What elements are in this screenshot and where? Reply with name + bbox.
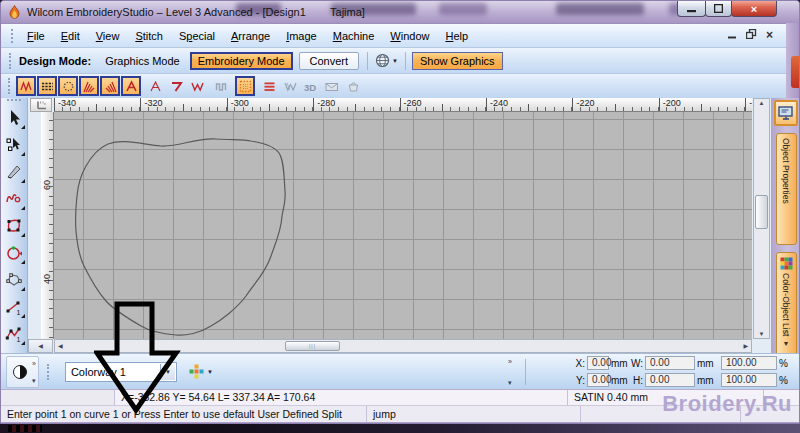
scroll-up-icon[interactable]: ▲ — [759, 100, 765, 106]
horizontal-scroll-thumb[interactable]: ||| — [285, 341, 340, 351]
program-split-icon[interactable] — [235, 76, 255, 96]
close-button[interactable]: × — [731, 1, 777, 17]
flexi-split-fill-icon[interactable] — [79, 76, 99, 96]
flyout-triangle-icon[interactable] — [21, 287, 25, 291]
ruler-origin-button[interactable] — [30, 98, 52, 112]
y-label: Y: — [535, 375, 585, 386]
colorway-editor-button[interactable]: ▼ — [189, 364, 213, 379]
mdi-restore-icon[interactable] — [746, 29, 757, 41]
graphics-mode-button[interactable]: Graphics Mode — [97, 52, 188, 70]
freehand-embroidery-tool[interactable] — [3, 186, 26, 211]
flyout-triangle-icon[interactable] — [21, 179, 25, 183]
stitch-toolbar: 3D — [1, 73, 799, 98]
satin-special-icon[interactable] — [145, 76, 165, 96]
scale-h-unit: % — [779, 375, 793, 386]
hoop-globe-button[interactable]: ▼ — [372, 51, 401, 70]
satin-lines-icon[interactable] — [259, 76, 279, 96]
menu-help[interactable]: Help — [437, 27, 476, 45]
menu-view[interactable]: View — [88, 27, 128, 45]
w-label: W: — [625, 358, 643, 369]
flyout-triangle-icon[interactable] — [21, 260, 25, 264]
flyout-triangle-icon[interactable] — [21, 233, 25, 237]
flyout-triangle-icon[interactable] — [21, 152, 25, 156]
menu-arrange[interactable]: Arrange — [223, 27, 278, 45]
polygon-tool[interactable] — [3, 267, 26, 292]
flyout-triangle-icon[interactable] — [21, 125, 25, 129]
overflow-chevron-icon[interactable]: » — [508, 358, 512, 365]
maximize-button[interactable] — [705, 1, 732, 17]
zigzag-stitch-icon[interactable] — [187, 76, 207, 96]
toolbar-grip[interactable] — [9, 53, 13, 69]
scale-h-field[interactable]: 100.00 — [721, 373, 777, 387]
tab-object-properties[interactable]: Object Properties — [776, 133, 797, 245]
menu-machine[interactable]: Machine — [325, 27, 383, 45]
convert-button[interactable]: Convert — [299, 52, 360, 70]
tatami-fill-icon[interactable] — [37, 76, 57, 96]
reshape-tool[interactable] — [3, 132, 26, 157]
mdi-minimize-icon[interactable] — [728, 30, 737, 41]
select-tool[interactable] — [3, 105, 26, 130]
menu-stitch[interactable]: Stitch — [127, 27, 171, 45]
flyout-triangle-icon[interactable] — [21, 314, 25, 318]
tab-label: Object Properties — [781, 138, 791, 204]
menu-file[interactable]: File — [19, 27, 53, 45]
svg-text:3D: 3D — [304, 81, 316, 92]
show-graphics-button[interactable]: Show Graphics — [412, 52, 503, 70]
overflow-chevron-icon[interactable]: » — [32, 360, 36, 367]
pointer-coordinates: X=-332.86 Y= 54.64 L= 337.34 A= 170.64 — [115, 390, 568, 405]
toolbar-grip[interactable] — [7, 99, 21, 103]
tab-scroll-down-icon[interactable]: ▼ — [783, 340, 790, 347]
separator — [405, 52, 406, 70]
knife-tool[interactable] — [3, 159, 26, 184]
florentine-fill-icon[interactable] — [100, 76, 120, 96]
menu-image[interactable]: Image — [278, 27, 325, 45]
vertical-scroll-thumb[interactable] — [755, 195, 768, 229]
run-stitch-icon[interactable] — [16, 76, 36, 96]
pan-left-icon[interactable]: ◀ — [38, 343, 43, 349]
scroll-right-icon[interactable]: ▶ — [743, 343, 748, 349]
design-mode-toolbar: Design Mode: Graphics Mode Embroidery Mo… — [1, 47, 799, 73]
mdi-close-icon[interactable]: × — [766, 30, 773, 40]
toolbar-overflow: » ▾ — [32, 360, 36, 384]
toolbar-grip[interactable] — [47, 364, 51, 380]
menu-edit[interactable]: Edit — [53, 27, 88, 45]
object-properties-icon[interactable] — [774, 100, 798, 126]
envelope-effect-icon — [322, 76, 342, 96]
scroll-down-icon[interactable]: ▼ — [759, 331, 765, 337]
screen: Wilcom EmbroideryStudio – Level 3 Advanc… — [0, 0, 800, 433]
input-c-tool[interactable]: 1 — [3, 321, 26, 346]
docked-mini-toolbar: » ▾ — [6, 356, 39, 388]
menu-window[interactable]: Window — [382, 27, 437, 45]
flyout-triangle-icon[interactable] — [21, 206, 25, 210]
design-view-icon[interactable] — [12, 364, 28, 380]
h-field[interactable]: 0.00 — [645, 373, 695, 387]
flyout-triangle-icon[interactable] — [21, 341, 25, 345]
ellipse-tool[interactable] — [3, 240, 26, 265]
x-field[interactable]: 0.00 — [587, 356, 609, 370]
vertical-scrollbar[interactable]: ▲ ▼ — [753, 98, 770, 339]
v-ruler-label: 60 — [42, 176, 52, 194]
separator — [367, 52, 368, 70]
motif-fill-icon[interactable] — [58, 76, 78, 96]
run-input-tool[interactable]: 1 — [3, 294, 26, 319]
tab-scroll-up-icon[interactable]: △ — [783, 328, 788, 336]
status-mode: jump — [367, 406, 581, 422]
toolbar-grip[interactable] — [11, 29, 15, 43]
h-ruler-label: -240 — [490, 98, 508, 108]
overflow-down-icon[interactable]: ▾ — [508, 379, 512, 386]
glass-smudge — [556, 3, 644, 15]
satin-fill-icon[interactable] — [121, 76, 141, 96]
overflow-down-icon[interactable]: ▾ — [32, 377, 36, 384]
w-field[interactable]: 0.00 — [645, 356, 695, 370]
pan-buttons[interactable]: ◀ — [28, 339, 53, 353]
scale-w-field[interactable]: 100.00 — [721, 356, 777, 370]
scroll-left-icon[interactable]: ◀ — [58, 343, 63, 349]
toolbar-grip[interactable] — [8, 78, 12, 94]
embroidery-mode-button[interactable]: Embroidery Mode — [190, 52, 293, 70]
y-field[interactable]: 0.00 — [587, 373, 609, 387]
closed-object-tool[interactable] — [3, 213, 26, 238]
ribbon-stitch-icon[interactable] — [166, 76, 186, 96]
tab-label: Color-Object List — [781, 273, 791, 336]
menu-special[interactable]: Special — [171, 27, 223, 45]
minimize-button[interactable] — [677, 1, 706, 17]
